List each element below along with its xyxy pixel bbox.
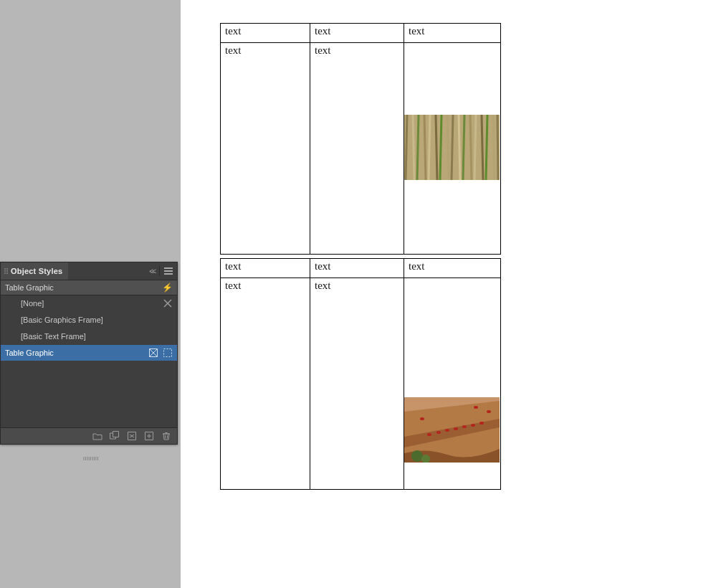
style-row-table-graphic[interactable]: Table Graphic	[1, 345, 177, 361]
style-label: Table Graphic	[5, 348, 148, 357]
style-list-empty-area	[1, 361, 177, 427]
style-row-basic-text-frame[interactable]: [Basic Text Frame]	[1, 328, 177, 345]
table-cell[interactable]: text	[404, 259, 501, 278]
default-graphic-style-icon[interactable]	[148, 348, 158, 358]
quick-apply-icon[interactable]: ⚡	[162, 283, 173, 293]
svg-point-38	[436, 431, 441, 434]
panel-menu-icon[interactable]	[164, 267, 173, 275]
style-row-none[interactable]: [None]	[1, 295, 177, 312]
svg-point-40	[454, 427, 458, 430]
table-cell[interactable]: text	[221, 278, 310, 490]
current-style-name: Table Graphic	[5, 283, 54, 292]
document-canvas[interactable]: text text text text text	[181, 0, 716, 588]
svg-point-43	[479, 422, 484, 425]
svg-point-46	[420, 417, 424, 420]
table-cell[interactable]: text	[221, 24, 310, 43]
svg-point-42	[471, 424, 475, 427]
table-row[interactable]: text text text	[221, 24, 501, 43]
default-text-style-icon[interactable]	[163, 348, 173, 358]
svg-line-26	[459, 115, 460, 180]
table-row[interactable]: text text text	[221, 259, 501, 278]
svg-line-33	[497, 115, 498, 180]
table-cell[interactable]: text	[310, 24, 404, 43]
folder-icon[interactable]	[92, 431, 102, 441]
svg-line-19	[417, 115, 419, 180]
svg-line-27	[463, 115, 464, 180]
svg-point-35	[411, 450, 423, 462]
ruler-marks: IIIIIIIII	[83, 456, 99, 461]
collapse-panel-icon[interactable]: <<	[149, 267, 155, 275]
svg-line-28	[470, 115, 472, 180]
svg-line-31	[486, 115, 487, 180]
svg-line-17	[406, 115, 407, 180]
panel-header: Object Styles <<	[1, 262, 177, 280]
table-row[interactable]: text text	[221, 43, 501, 255]
gripper-icon	[4, 267, 8, 275]
svg-line-22	[436, 115, 437, 180]
trash-icon[interactable]	[161, 431, 171, 441]
panel-current-style-row: Table Graphic ⚡	[1, 280, 177, 295]
placed-image-cliff[interactable]	[404, 397, 500, 463]
svg-line-25	[452, 115, 453, 180]
clear-override-icon[interactable]	[127, 431, 137, 441]
svg-line-20	[424, 115, 426, 180]
svg-rect-5	[164, 349, 172, 357]
svg-line-24	[447, 115, 449, 180]
style-row-basic-graphics-frame[interactable]: [Basic Graphics Frame]	[1, 312, 177, 328]
svg-line-18	[413, 115, 414, 180]
svg-point-41	[462, 425, 467, 428]
table-cell[interactable]: text	[310, 278, 404, 490]
table-cell[interactable]: text	[221, 43, 310, 255]
table-cell[interactable]: text	[404, 24, 501, 43]
new-style-group-icon[interactable]	[110, 431, 120, 441]
svg-line-32	[493, 115, 495, 180]
svg-line-30	[482, 115, 483, 180]
document-table-1[interactable]: text text text text text	[220, 23, 501, 255]
placed-image-reeds[interactable]	[404, 115, 500, 180]
document-table-2[interactable]: text text text text text	[220, 258, 501, 490]
svg-line-21	[429, 115, 430, 180]
new-style-icon[interactable]	[144, 431, 154, 441]
divider	[159, 266, 160, 276]
table-row[interactable]: text text	[221, 278, 501, 490]
panel-tab-object-styles[interactable]: Object Styles	[1, 262, 68, 280]
svg-point-37	[427, 433, 431, 436]
cross-tools-icon	[163, 298, 173, 308]
svg-point-44	[487, 410, 491, 413]
table-cell-graphic[interactable]	[404, 43, 501, 255]
panel-title: Object Styles	[11, 267, 62, 275]
svg-line-23	[440, 115, 441, 180]
style-label: [Basic Text Frame]	[21, 332, 173, 341]
panel-footer	[1, 427, 177, 444]
style-label: [None]	[21, 299, 163, 308]
table-cell[interactable]: text	[221, 259, 310, 278]
object-styles-panel: Object Styles << Table Graphic ⚡ [None] …	[0, 262, 178, 445]
table-cell[interactable]: text	[310, 259, 404, 278]
table-cell[interactable]: text	[310, 43, 404, 255]
svg-rect-7	[113, 432, 119, 437]
svg-point-39	[445, 429, 449, 432]
svg-line-29	[474, 115, 476, 180]
style-list: [None] [Basic Graphics Frame] [Basic Tex…	[1, 295, 177, 427]
style-label: [Basic Graphics Frame]	[21, 316, 173, 324]
svg-point-45	[474, 406, 478, 409]
table-cell-graphic[interactable]	[404, 278, 501, 490]
